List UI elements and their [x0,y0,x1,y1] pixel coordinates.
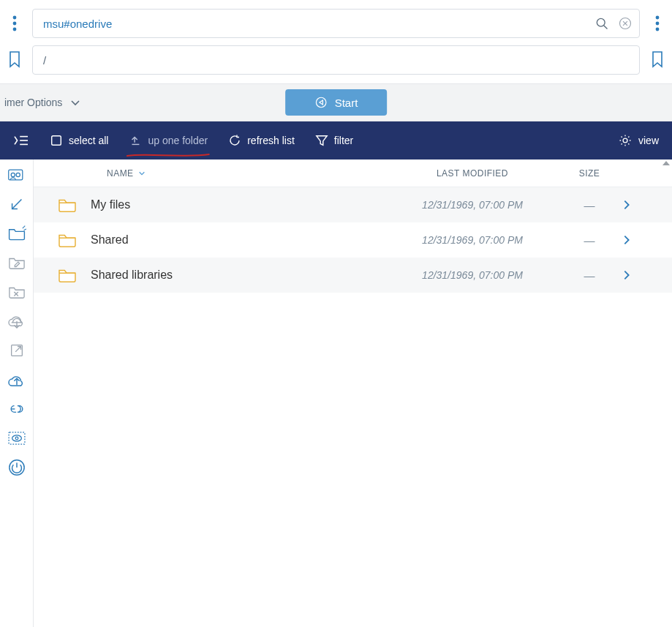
table-row[interactable]: Shared 12/31/1969, 07:00 PM — [34,222,672,258]
rail-delete-folder-icon[interactable] [7,282,26,301]
row-name: Shared libraries [91,269,173,282]
select-all-button[interactable]: select all [50,134,108,147]
play-circle-icon [314,96,328,109]
svg-rect-16 [52,136,61,146]
rail-accounts-icon[interactable] [7,165,26,184]
svg-point-9 [656,22,660,26]
svg-line-4 [604,26,608,29]
chevron-down-icon [69,97,81,108]
start-label: Start [335,97,358,109]
svg-point-3 [597,18,605,26]
toggle-panel-button[interactable] [13,134,29,147]
menu-dots-left[interactable] [6,15,23,31]
clear-icon[interactable] [618,16,633,31]
timer-options-label: imer Options [4,97,62,108]
row-modified: 12/31/1969, 07:00 PM [388,269,556,281]
filter-button[interactable]: filter [315,134,353,147]
column-name-header[interactable]: NAME [34,168,388,179]
bookmark-right-icon[interactable] [649,50,666,70]
up-one-folder-button[interactable]: up one folder [129,134,208,147]
svg-rect-31 [9,432,25,444]
svg-point-33 [15,437,18,440]
filter-label: filter [334,135,353,146]
start-button[interactable]: Start [285,89,388,116]
path-input[interactable] [32,45,640,75]
row-size: — [556,234,622,247]
row-size: — [556,199,622,211]
svg-point-1 [13,22,17,26]
row-modified: 12/31/1969, 07:00 PM [388,199,556,211]
column-size-header[interactable]: SIZE [556,168,622,179]
rail-edit-folder-icon[interactable] [7,253,26,272]
view-label: view [638,135,659,146]
folder-icon [57,232,78,248]
rail-open-external-icon[interactable] [7,341,26,360]
row-modified: 12/31/1969, 07:00 PM [388,234,556,246]
svg-line-23 [12,200,21,209]
up-one-label: up one folder [148,135,208,146]
scroll-up-icon[interactable] [662,159,671,170]
svg-marker-18 [317,136,327,146]
svg-line-24 [22,226,24,228]
search-input[interactable] [32,9,640,38]
svg-point-22 [16,173,20,176]
search-icon[interactable] [594,16,609,31]
column-name-label: NAME [107,168,134,179]
rail-folder-active-icon[interactable] [7,224,26,243]
rail-power-icon[interactable] [7,458,26,477]
folder-icon [57,267,78,283]
svg-point-19 [623,138,627,143]
row-open-icon[interactable] [622,234,652,246]
annotation-underline [126,152,211,158]
svg-point-11 [316,97,326,108]
svg-point-8 [656,16,660,20]
rail-link-icon[interactable] [7,399,26,418]
svg-point-10 [656,28,660,31]
svg-point-0 [13,16,17,20]
rail-arrow-icon[interactable] [7,195,26,214]
refresh-list-button[interactable]: refresh list [228,134,295,147]
column-modified-header[interactable]: LAST MODIFIED [388,168,556,179]
table-row[interactable]: Shared libraries 12/31/1969, 07:00 PM — [34,258,672,293]
rail-download-icon[interactable] [7,312,26,331]
timer-options-dropdown[interactable]: imer Options [0,97,81,108]
svg-point-32 [12,435,21,441]
svg-point-2 [13,28,17,31]
rail-preview-icon[interactable] [7,429,26,448]
rail-upload-icon[interactable] [7,370,26,389]
row-open-icon[interactable] [622,269,652,281]
svg-marker-12 [319,100,322,105]
row-size: — [556,269,622,282]
menu-dots-right[interactable] [649,15,666,31]
folder-icon [57,197,78,213]
sort-asc-icon [138,170,146,177]
row-name: My files [91,198,130,211]
row-open-icon[interactable] [622,199,652,211]
table-row[interactable]: My files 12/31/1969, 07:00 PM — [34,187,672,222]
select-all-label: select all [69,135,108,146]
view-button[interactable]: view [618,133,659,148]
bookmark-left-icon[interactable] [6,50,23,70]
svg-line-25 [23,229,26,230]
svg-point-21 [11,173,15,176]
refresh-label: refresh list [247,135,295,146]
row-name: Shared [91,233,129,247]
